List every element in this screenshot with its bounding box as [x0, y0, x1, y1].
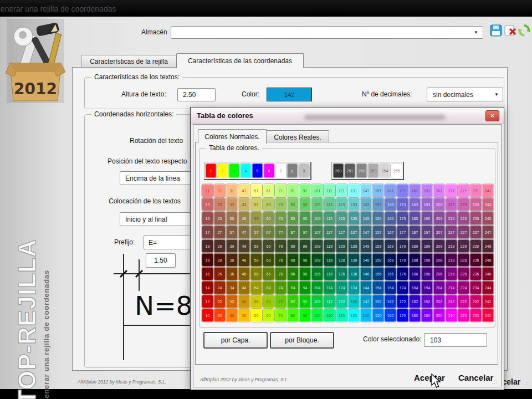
color-swatch[interactable]: 64	[263, 281, 274, 294]
color-swatch[interactable]: 62	[263, 295, 274, 308]
color-swatch[interactable]: 215	[446, 212, 457, 225]
color-swatch[interactable]: 222	[458, 295, 469, 308]
color-swatch[interactable]: 8	[287, 163, 298, 178]
color-swatch[interactable]: 2	[217, 163, 228, 178]
color-swatch[interactable]: 17	[202, 226, 213, 239]
color-swatch[interactable]: 248	[482, 253, 494, 267]
color-swatch[interactable]: 46	[238, 267, 250, 280]
color-value-button[interactable]: 142	[267, 88, 312, 101]
color-swatch[interactable]: 148	[360, 253, 372, 267]
color-swatch[interactable]: 31	[226, 184, 238, 197]
color-swatch[interactable]: 226	[458, 267, 469, 280]
color-swatch[interactable]: 142	[360, 295, 372, 308]
color-swatch[interactable]: 212	[446, 295, 457, 308]
altura-texto-input[interactable]: 2.50	[177, 88, 216, 101]
color-swatch[interactable]: 229	[458, 239, 469, 253]
color-swatch[interactable]: 157	[372, 226, 384, 239]
color-swatch[interactable]: 105	[311, 212, 323, 225]
color-swatch[interactable]: 19	[202, 239, 213, 253]
color-swatch[interactable]: 218	[446, 253, 457, 267]
color-swatch[interactable]: 91	[299, 184, 311, 197]
color-swatch[interactable]: 141	[360, 184, 372, 197]
color-swatch[interactable]: 49	[238, 239, 250, 253]
color-swatch[interactable]: 131	[348, 184, 360, 197]
color-swatch[interactable]: 160	[385, 309, 396, 322]
color-swatch[interactable]: 28	[214, 253, 226, 267]
color-swatch[interactable]: 227	[458, 226, 469, 239]
color-swatch[interactable]: 167	[385, 226, 396, 239]
color-swatch[interactable]: 177	[397, 226, 408, 239]
color-swatch[interactable]: 233	[470, 198, 482, 211]
color-swatch[interactable]: 75	[275, 212, 287, 225]
color-swatch[interactable]: 191	[421, 184, 433, 197]
color-swatch[interactable]: 112	[324, 295, 335, 308]
tab-caracteristicas-rejilla[interactable]: Características de la rejilla	[81, 55, 177, 68]
color-swatch[interactable]: 42	[238, 295, 250, 308]
color-swatch[interactable]: 15	[202, 212, 213, 225]
color-swatch[interactable]: 168	[385, 253, 396, 267]
por-bloque-button[interactable]: por Bloque.	[270, 332, 334, 349]
color-swatch[interactable]: 36	[226, 267, 238, 280]
color-swatch[interactable]: 77	[275, 226, 287, 239]
color-swatch[interactable]: 186	[409, 267, 421, 280]
color-swatch[interactable]: 211	[446, 184, 457, 197]
color-swatch[interactable]: 69	[263, 239, 274, 253]
color-swatch[interactable]: 41	[238, 184, 250, 197]
color-swatch[interactable]: 189	[409, 239, 421, 253]
color-swatch[interactable]: 113	[324, 198, 335, 211]
color-swatch[interactable]: 101	[311, 184, 323, 197]
color-swatch[interactable]: 7	[275, 163, 286, 178]
color-swatch[interactable]: 172	[397, 295, 408, 308]
color-swatch[interactable]: 126	[336, 267, 347, 280]
color-swatch[interactable]: 208	[433, 253, 445, 267]
color-swatch[interactable]: 98	[299, 253, 311, 267]
color-swatch[interactable]: 147	[360, 226, 372, 239]
color-swatch[interactable]: 210	[446, 309, 457, 322]
color-swatch[interactable]: 61	[263, 184, 274, 197]
color-swatch[interactable]: 204	[433, 281, 445, 294]
color-swatch[interactable]: 203	[433, 198, 445, 211]
color-swatch[interactable]: 107	[311, 226, 323, 239]
color-swatch[interactable]: 80	[287, 309, 299, 322]
color-swatch[interactable]: 163	[385, 198, 396, 211]
color-swatch[interactable]: 188	[409, 253, 421, 267]
color-swatch[interactable]: 252	[356, 163, 367, 178]
color-swatch[interactable]: 21	[214, 184, 226, 197]
color-swatch[interactable]: 155	[372, 212, 384, 225]
color-swatch[interactable]: 235	[470, 212, 482, 225]
color-swatch[interactable]: 66	[263, 267, 274, 280]
color-swatch[interactable]: 94	[299, 281, 311, 294]
color-swatch[interactable]: 244	[482, 281, 494, 294]
color-swatch[interactable]: 209	[433, 239, 445, 253]
color-swatch[interactable]: 124	[336, 281, 347, 294]
color-swatch[interactable]: 33	[226, 198, 238, 211]
color-swatch[interactable]: 133	[348, 198, 360, 211]
color-swatch[interactable]: 73	[275, 198, 287, 211]
selected-color-input[interactable]: 103	[424, 333, 487, 347]
color-swatch[interactable]: 102	[311, 295, 323, 308]
color-swatch[interactable]: 120	[336, 309, 347, 322]
color-swatch[interactable]: 231	[470, 184, 482, 197]
color-swatch[interactable]: 20	[214, 309, 226, 322]
color-swatch[interactable]: 213	[446, 198, 457, 211]
save-icon[interactable]	[490, 24, 502, 37]
color-swatch[interactable]: 185	[409, 212, 421, 225]
color-swatch[interactable]: 100	[311, 309, 323, 322]
color-swatch[interactable]: 176	[397, 267, 408, 280]
color-swatch[interactable]: 32	[226, 295, 238, 308]
color-swatch[interactable]: 251	[345, 163, 355, 178]
color-swatch[interactable]: 171	[397, 184, 408, 197]
color-swatch[interactable]: 122	[336, 295, 347, 308]
color-swatch[interactable]: 223	[458, 198, 469, 211]
color-swatch[interactable]: 154	[372, 281, 384, 294]
color-swatch[interactable]: 104	[311, 281, 323, 294]
color-swatch[interactable]: 108	[311, 253, 323, 267]
color-swatch[interactable]: 13	[202, 198, 213, 211]
color-swatch[interactable]: 67	[263, 226, 274, 239]
color-swatch[interactable]: 70	[275, 309, 287, 322]
color-swatch[interactable]: 138	[348, 253, 360, 267]
color-swatch[interactable]: 119	[324, 239, 335, 253]
color-swatch[interactable]: 246	[482, 267, 494, 280]
color-swatch[interactable]: 3	[229, 163, 239, 178]
color-swatch[interactable]: 221	[458, 184, 469, 197]
